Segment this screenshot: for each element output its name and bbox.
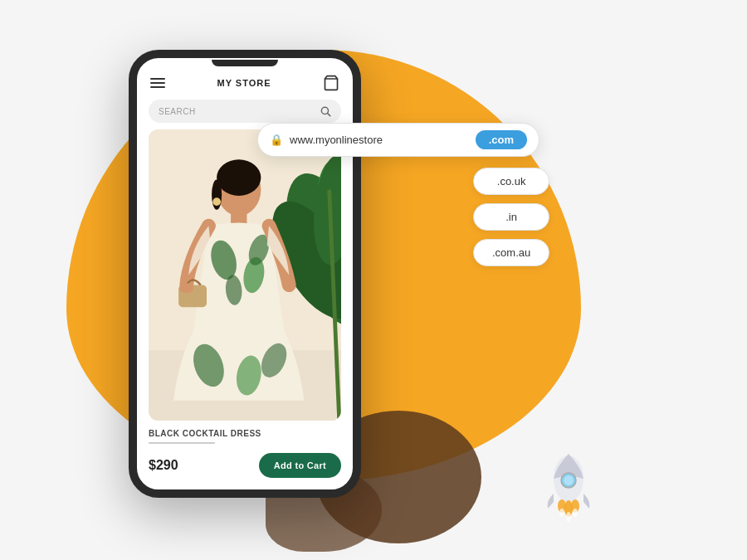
rocket-icon [531,444,606,527]
search-bar[interactable]: SEARCH [149,100,341,123]
cart-icon[interactable] [323,75,339,91]
product-footer: $290 Add to Cart [137,448,353,489]
svg-point-31 [566,512,571,522]
svg-point-30 [559,509,564,517]
svg-point-32 [573,509,578,517]
product-image-svg [149,129,341,421]
domain-option-in[interactable]: .in [473,203,549,231]
product-price: $290 [149,458,178,473]
lock-icon: 🔒 [270,134,283,146]
phone-header: MY STORE [137,66,353,96]
url-text: www.myonlinestore [290,134,383,146]
phone-notch [212,60,278,66]
svg-point-11 [217,159,261,196]
phone-mockup: MY STORE SEARCH [129,50,361,498]
svg-line-2 [328,114,330,116]
svg-point-26 [564,475,574,485]
product-divider [149,442,215,444]
domain-option-couk[interactable]: .co.uk [473,168,549,195]
product-image [149,129,341,421]
store-title: MY STORE [217,78,271,88]
search-icon [320,105,331,117]
url-bar[interactable]: 🔒 www.myonlinestore .com [257,123,540,157]
hamburger-menu-icon[interactable] [150,78,165,88]
domain-options: .co.uk .in .com.au [473,168,549,266]
add-to-cart-button[interactable]: Add to Cart [259,453,341,478]
svg-point-13 [212,197,221,206]
product-name: BLACK COCKTAIL DRESS [149,429,341,438]
svg-point-23 [179,283,193,293]
domain-option-comau[interactable]: .com.au [473,239,549,266]
url-com-badge[interactable]: .com [476,130,527,149]
product-info: BLACK COCKTAIL DRESS [137,421,353,448]
search-placeholder: SEARCH [159,107,320,116]
